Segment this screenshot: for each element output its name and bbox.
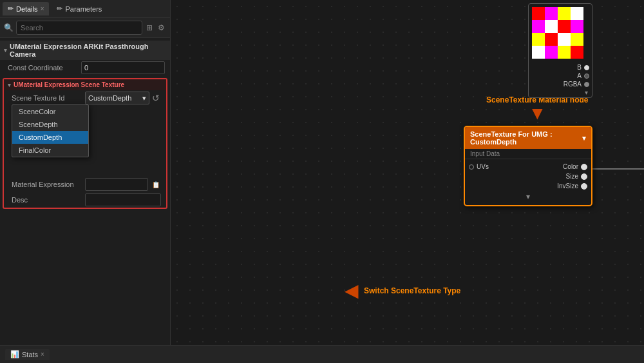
svg-rect-9 bbox=[558, 20, 571, 33]
reset-button[interactable]: ↺ bbox=[151, 93, 161, 103]
annotation-side-text: Switch SceneTexture Type bbox=[364, 286, 460, 295]
invsize-pin-row: InvSize bbox=[465, 181, 591, 191]
stats-tab-label: Stats bbox=[22, 351, 38, 358]
uvs-pin-label: UVs bbox=[477, 163, 489, 170]
section-arkit-header[interactable]: ▾ UMaterial Expression ARKit Passthrough… bbox=[0, 41, 170, 60]
stats-icon: 📊 bbox=[10, 350, 19, 358]
uvs-pin-left: UVs bbox=[469, 163, 489, 170]
panel-tabs: ✏ Details × ✏ Parameters bbox=[0, 0, 170, 18]
size-pin-row: Size bbox=[465, 172, 591, 181]
texture-chevron-icon: ▾ bbox=[585, 89, 588, 96]
invsize-pin-circle bbox=[581, 183, 587, 190]
pin-rgba-row: RGBA bbox=[531, 80, 589, 88]
arrow-down-icon: ▼ bbox=[528, 104, 546, 123]
texture-pins: B A RGBA ▾ bbox=[529, 62, 592, 97]
node-title: SceneTexture For UMG : CustomDepth bbox=[470, 130, 582, 146]
color-pin-label: Color bbox=[563, 163, 578, 170]
dropdown-item-finalcolor[interactable]: FinalColor bbox=[12, 144, 88, 157]
svg-rect-13 bbox=[558, 33, 571, 46]
section-scene-texture: ▾ UMaterial Expression Scene Texture Sce… bbox=[3, 78, 167, 209]
arrow-left-icon: ◀ bbox=[345, 282, 359, 300]
size-pin-label: Size bbox=[566, 173, 578, 180]
svg-rect-15 bbox=[532, 46, 545, 59]
scene-texture-node[interactable]: SceneTexture For UMG : CustomDepth ▾ Inp… bbox=[464, 126, 592, 206]
svg-rect-12 bbox=[545, 33, 558, 46]
svg-rect-10 bbox=[571, 20, 583, 33]
tab-parameters-label: Parameters bbox=[65, 5, 102, 13]
invsize-pin-label: InvSize bbox=[557, 182, 578, 190]
search-input[interactable] bbox=[16, 21, 142, 35]
panel-content: ▾ UMaterial Expression ARKit Passthrough… bbox=[0, 38, 170, 345]
color-pin-circle bbox=[581, 164, 587, 170]
svg-rect-4 bbox=[545, 7, 558, 20]
svg-rect-3 bbox=[532, 7, 545, 20]
dropdown-selected-value: CustomDepth bbox=[88, 94, 131, 102]
svg-rect-18 bbox=[571, 46, 583, 59]
tab-parameters[interactable]: ✏ Parameters bbox=[52, 2, 107, 15]
invsize-pin-right: InvSize bbox=[557, 182, 587, 190]
uvs-pin-row: UVs Color bbox=[465, 162, 591, 172]
annotation-side: ◀ Switch SceneTexture Type bbox=[345, 282, 460, 300]
svg-rect-8 bbox=[545, 20, 558, 33]
texture-preview-node: B A RGBA ▾ bbox=[528, 3, 592, 98]
dropdown-item-scenedepth[interactable]: SceneDepth bbox=[12, 118, 88, 131]
material-expression-value[interactable] bbox=[85, 178, 148, 191]
search-bar: 🔍 ⊞ ⚙ bbox=[0, 18, 170, 38]
svg-rect-14 bbox=[571, 33, 583, 46]
annotation-top: SceneTexture Material node ▼ bbox=[486, 95, 589, 123]
pencil-icon: ✏ bbox=[8, 5, 14, 13]
scene-texture-arrow-icon: ▾ bbox=[8, 82, 11, 88]
svg-rect-6 bbox=[571, 7, 583, 20]
grid-icon-button[interactable]: ⊞ bbox=[145, 22, 154, 34]
const-coordinate-value[interactable]: 0 bbox=[81, 61, 165, 74]
node-header-chevron: ▾ bbox=[582, 134, 586, 142]
scene-texture-id-label: Scene Texture Id bbox=[12, 94, 82, 102]
material-expression-btn[interactable]: 📋 bbox=[151, 180, 161, 190]
desc-row: Desc bbox=[4, 192, 166, 208]
scene-texture-section-header[interactable]: ▾ UMaterial Expression Scene Texture bbox=[4, 79, 166, 90]
scene-texture-id-dropdown[interactable]: CustomDepth ▾ bbox=[85, 92, 149, 104]
node-body: UVs Color Size bbox=[465, 159, 591, 205]
pin-a-label: A bbox=[577, 72, 582, 79]
material-expression-row: Material Expression 📋 bbox=[4, 177, 166, 192]
pin-b-circle bbox=[584, 65, 589, 70]
pin-b-row: B bbox=[531, 63, 589, 72]
gear-icon-button[interactable]: ⚙ bbox=[156, 22, 166, 34]
arkit-section-label: UMaterial Expression ARKit Passthrough C… bbox=[10, 43, 166, 58]
pin-rgba-circle bbox=[584, 82, 589, 87]
color-pin-right: Color bbox=[563, 163, 587, 170]
material-expression-label: Material Expression bbox=[12, 181, 82, 188]
arkit-arrow-icon: ▾ bbox=[4, 47, 7, 54]
search-icon: 🔍 bbox=[4, 23, 14, 32]
desc-label: Desc bbox=[12, 196, 82, 204]
scene-texture-id-row: Scene Texture Id CustomDepth ▾ ↺ SceneCo… bbox=[4, 90, 166, 106]
search-actions: ⊞ ⚙ bbox=[145, 22, 166, 34]
main-layout: ✏ Details × ✏ Parameters 🔍 ⊞ ⚙ ▾ UMateri… bbox=[0, 0, 644, 345]
uvs-pin-circle bbox=[469, 164, 474, 170]
stats-tab-close[interactable]: × bbox=[41, 351, 44, 358]
bottom-bar: 📊 Stats × bbox=[0, 345, 644, 363]
const-coordinate-row: Const Coordinate 0 bbox=[0, 60, 170, 75]
stats-tab[interactable]: 📊 Stats × bbox=[5, 349, 50, 360]
svg-rect-5 bbox=[558, 7, 571, 20]
dropdown-menu: SceneColor SceneDepth CustomDepth FinalC… bbox=[12, 104, 89, 157]
pin-b-label: B bbox=[577, 64, 582, 71]
svg-rect-7 bbox=[532, 20, 545, 33]
dropdown-item-scenecolor[interactable]: SceneColor bbox=[12, 105, 88, 118]
node-header: SceneTexture For UMG : CustomDepth ▾ bbox=[465, 127, 591, 149]
pin-a-row: A bbox=[531, 72, 589, 80]
tab-details-label: Details bbox=[16, 5, 38, 13]
dropdown-item-customdepth[interactable]: CustomDepth bbox=[12, 131, 88, 144]
pin-a-circle bbox=[584, 74, 589, 79]
size-pin-right: Size bbox=[566, 173, 587, 180]
tab-details-close[interactable]: × bbox=[41, 5, 44, 12]
pin-rgba-label: RGBA bbox=[564, 81, 582, 88]
node-subheader: Input Data bbox=[465, 149, 591, 159]
canvas-area: SceneTexture Material node ▼ SceneTextur… bbox=[171, 0, 644, 345]
scene-texture-section-label: UMaterial Expression Scene Texture bbox=[14, 81, 124, 88]
pencil-icon-2: ✏ bbox=[57, 5, 62, 13]
desc-value[interactable] bbox=[85, 193, 161, 206]
chevron-down-icon: ▾ bbox=[142, 94, 146, 103]
left-panel: ✏ Details × ✏ Parameters 🔍 ⊞ ⚙ ▾ UMateri… bbox=[0, 0, 171, 345]
tab-details[interactable]: ✏ Details × bbox=[3, 2, 49, 15]
